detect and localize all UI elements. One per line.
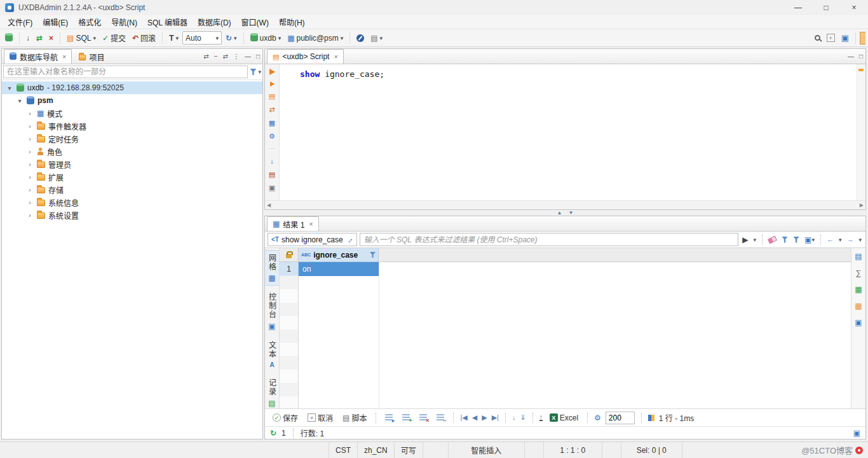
- save-file-button[interactable]: ▤: [269, 171, 275, 178]
- tree-node-system-settings[interactable]: › 系统设置: [2, 209, 262, 221]
- export-data-button[interactable]: ↓: [270, 158, 274, 165]
- minimize-button[interactable]: —: [784, 0, 812, 15]
- menu-help[interactable]: 帮助(H): [274, 15, 310, 29]
- nav-back-menu[interactable]: ▾: [837, 237, 843, 243]
- connection-select[interactable]: uxdb ▾: [248, 32, 284, 44]
- refresh-button[interactable]: ↻ ▾: [223, 32, 240, 44]
- expander-icon[interactable]: ▾: [6, 85, 13, 92]
- fetch-all-rows-button[interactable]: ⇓: [520, 414, 526, 421]
- close-icon[interactable]: ×: [334, 53, 337, 60]
- filters-button[interactable]: [780, 237, 789, 243]
- sql-code-area[interactable]: show ignore_case;: [280, 64, 857, 200]
- references-panel-icon[interactable]: ▣: [855, 318, 862, 327]
- filter-reference[interactable]: <T show ignore_case ↔: [268, 233, 357, 246]
- query-grid-button[interactable]: ▦: [269, 120, 275, 127]
- export-resultset-button[interactable]: ↑: [539, 414, 543, 421]
- menu-sql-editor[interactable]: SQL 编辑器: [142, 15, 193, 29]
- scroll-right-icon[interactable]: ▶: [860, 202, 864, 208]
- remove-row-button[interactable]: −: [434, 413, 447, 422]
- fetch-next-page-button[interactable]: ↓: [512, 414, 516, 421]
- editor-settings-button[interactable]: ⚙: [269, 133, 275, 140]
- tab-projects[interactable]: 项目: [73, 49, 110, 64]
- nav-forward-button[interactable]: →: [845, 236, 855, 243]
- tree-node-schemas[interactable]: › ▦ 模式: [2, 107, 262, 120]
- perspective-bar-edge[interactable]: [860, 32, 865, 45]
- transaction-log-button[interactable]: T ▾: [166, 32, 181, 44]
- tab-script[interactable]: ▤ <uxdb> Script ×: [267, 49, 344, 64]
- panels-button[interactable]: ▣ ▾: [803, 235, 816, 244]
- result-filter-input[interactable]: [360, 233, 739, 246]
- commit-button[interactable]: ✓ 提交: [100, 31, 128, 45]
- collapse-down-icon[interactable]: ▼: [569, 210, 574, 216]
- result-grid[interactable]: ABC ignore_case 1 on: [280, 248, 851, 408]
- tree-node-storage[interactable]: › 存储: [2, 183, 262, 196]
- refresh-view-button[interactable]: ⇄: [220, 53, 231, 60]
- column-filter-icon[interactable]: [370, 252, 376, 258]
- clear-filter-button[interactable]: [767, 237, 778, 242]
- sql-perspective-button[interactable]: ▣: [839, 32, 851, 44]
- expander-icon[interactable]: ›: [26, 212, 34, 219]
- editor-results-sash[interactable]: ▲ ▼: [264, 210, 866, 216]
- nav-back-button[interactable]: ←: [825, 236, 835, 243]
- expander-icon[interactable]: ▾: [16, 97, 24, 104]
- presentation-tab-text[interactable]: 文本 A: [265, 338, 279, 371]
- tree-node-event-triggers[interactable]: › 事件触发器: [2, 120, 262, 132]
- expander-icon[interactable]: ›: [26, 123, 34, 130]
- presentation-tab-grid[interactable]: 网格 ▦: [265, 250, 279, 286]
- download-button[interactable]: ↓: [24, 32, 32, 44]
- next-row-button[interactable]: ▶: [482, 414, 487, 421]
- sql-editor-button[interactable]: ▤ SQL ▾: [64, 32, 98, 44]
- maximize-view-button[interactable]: □: [857, 53, 865, 60]
- scroll-left-icon[interactable]: ◀: [267, 202, 271, 208]
- menu-file[interactable]: 文件(F): [3, 15, 37, 29]
- chevron-down-icon[interactable]: ▾: [258, 69, 261, 75]
- collapse-up-icon[interactable]: ▲: [557, 210, 562, 216]
- notifications-icon[interactable]: ▣: [853, 429, 860, 438]
- export-excel-button[interactable]: X Excel: [547, 412, 581, 424]
- execute-script-button[interactable]: ▤: [269, 93, 275, 100]
- previous-row-button[interactable]: ◀: [472, 414, 477, 421]
- add-row-button[interactable]: +: [400, 413, 412, 422]
- open-perspective-button[interactable]: +: [824, 32, 837, 43]
- tree-node-connection[interactable]: ▾ uxdb - 192.168.28.99:52025: [2, 81, 262, 94]
- minimize-view-button[interactable]: —: [845, 53, 857, 60]
- search-button[interactable]: [812, 34, 823, 42]
- expander-icon[interactable]: ›: [26, 186, 34, 193]
- grid-row-1[interactable]: 1 on: [280, 262, 851, 276]
- menu-navigate[interactable]: 导航(N): [106, 15, 142, 29]
- edit-row-button[interactable]: ▸: [383, 413, 395, 422]
- value-viewer-panel-icon[interactable]: ▤: [855, 252, 862, 261]
- cell-ignore-case-value[interactable]: on: [299, 262, 379, 276]
- apply-filter-button[interactable]: ▶: [741, 235, 749, 244]
- nav-forward-menu[interactable]: ▾: [857, 237, 863, 243]
- result-settings-button[interactable]: ⚙: [594, 413, 601, 422]
- close-icon[interactable]: ×: [309, 220, 313, 228]
- last-row-button[interactable]: ▶|: [492, 414, 499, 421]
- execute-new-tab-button[interactable]: [270, 81, 275, 87]
- expander-icon[interactable]: ›: [26, 161, 34, 168]
- expander-icon[interactable]: ›: [26, 199, 34, 206]
- save-filter-button[interactable]: [792, 237, 801, 243]
- expand-icon[interactable]: ↔: [343, 233, 355, 245]
- expander-icon[interactable]: ›: [26, 174, 34, 181]
- expander-icon[interactable]: ›: [26, 135, 34, 142]
- filter-history-button[interactable]: ▾: [752, 237, 758, 243]
- first-row-button[interactable]: |◀: [460, 414, 467, 421]
- view-menu-button[interactable]: ⋮: [231, 53, 242, 60]
- maximize-button[interactable]: □: [812, 0, 840, 15]
- open-object-button[interactable]: [354, 33, 367, 43]
- minimize-view-button[interactable]: —: [242, 53, 254, 60]
- rollback-button[interactable]: ↶ 回滚: [130, 31, 158, 45]
- layout-button[interactable]: ▤ ▾: [368, 32, 385, 44]
- tree-node-database[interactable]: ▾ psm: [2, 94, 262, 107]
- filter-funnel-icon[interactable]: [250, 69, 256, 75]
- save-data-button[interactable]: ✓ 保存: [270, 411, 301, 424]
- script-button[interactable]: ▤ 脚本: [340, 411, 369, 424]
- schema-select[interactable]: ▦ public@psm ▾: [285, 32, 346, 44]
- expander-icon[interactable]: ›: [26, 148, 34, 155]
- object-filter-input[interactable]: [3, 66, 248, 78]
- tree-node-extensions[interactable]: › 扩展: [2, 170, 262, 183]
- tree-node-administrators[interactable]: › 管理员: [2, 158, 262, 170]
- menu-database[interactable]: 数据库(D): [193, 15, 236, 29]
- open-file-button[interactable]: ▣: [269, 184, 275, 191]
